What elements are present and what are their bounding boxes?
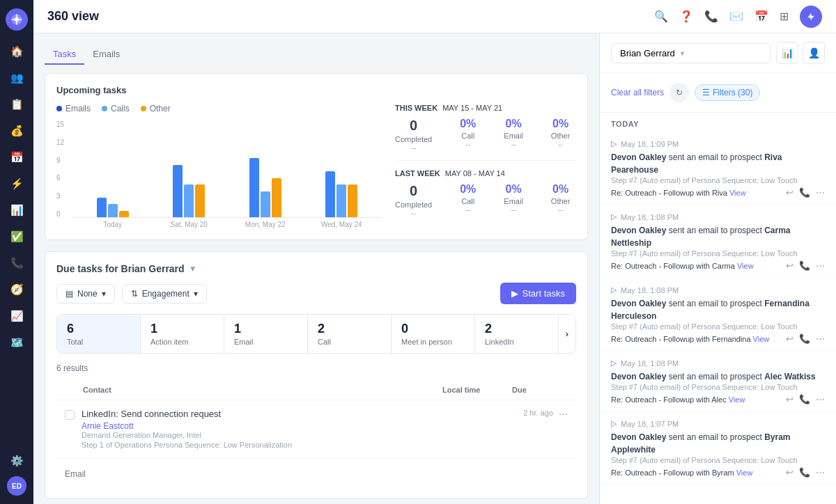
call-icon-3[interactable]: 📞 [799,333,810,344]
email-icon[interactable]: ✉️ [729,10,743,23]
count-linkedin[interactable]: 2 LinkedIn [475,315,559,353]
count-email-label: Email [234,338,297,346]
reply-icon-1[interactable]: ↩ [786,187,794,198]
chart-container: Emails Calls Other [56,104,576,228]
tab-emails[interactable]: Emails [84,45,128,65]
count-email[interactable]: 1 Email [224,315,308,353]
call-icon-4[interactable]: 📞 [799,394,810,404]
more-icon-2[interactable]: ⋯ [816,260,825,271]
user-initials: ED [12,482,22,490]
search-icon[interactable]: 🔍 [654,10,668,23]
activity-text-1: Devon Oakley sent an email to prospect R… [611,151,825,176]
view-link-2[interactable]: View [737,262,754,270]
activity-time-5: ▷ May 18, 1:07 PM [611,419,825,428]
task-counts: 6 Total 1 Action item 1 Email 2 Call [56,314,576,354]
chart-view-btn[interactable]: 📊 [776,42,798,64]
filter-list-icon: ☰ [702,88,710,97]
header-contact: Contact [83,386,442,394]
row-checkbox[interactable] [65,410,75,420]
count-call[interactable]: 2 Call [308,315,392,353]
activity-text-2: Devon Oakley sent an email to prospect C… [611,224,825,249]
sidebar-item-navigation[interactable]: 🧭 [6,278,28,301]
sidebar-item-settings[interactable]: ⚙️ [6,450,28,472]
clear-filters-link[interactable]: Clear all filters [611,88,664,97]
activity-text-3: Devon Oakley sent an email to prospect F… [611,297,825,322]
count-action-item[interactable]: 1 Action item [141,315,224,353]
view-link-3[interactable]: View [753,335,770,343]
call-icon-5[interactable]: 📞 [799,467,810,478]
user-action-btn[interactable] [800,6,822,28]
view-link-1[interactable]: View [729,189,746,197]
reply-icon-4[interactable]: ↩ [786,394,794,404]
app-logo[interactable] [6,8,28,31]
row-contact-name[interactable]: Arnie Eastcott [82,421,516,431]
view-link-4[interactable]: View [729,395,745,404]
more-icon-1[interactable]: ⋯ [816,187,825,198]
activity-time-3: ▷ May 18, 1:08 PM [611,285,825,294]
sidebar-item-deals[interactable]: 💰 [6,120,28,142]
reply-icon-3[interactable]: ↩ [786,333,794,344]
sidebar-item-completed[interactable]: ✅ [6,226,28,248]
refresh-btn[interactable]: ↻ [669,83,689,102]
legend-other: Other [141,104,171,113]
filters-label: Filters (30) [713,88,752,97]
count-total[interactable]: 6 Total [57,315,141,353]
stat-call-last-label: Call [460,197,476,205]
activity-arrow-icon-2: ▷ [611,212,617,221]
start-tasks-btn[interactable]: ▶ Start tasks [500,283,576,304]
contact-selector[interactable]: Brian Gerrard ▾ [611,43,771,63]
count-arrow[interactable]: › [559,315,575,353]
view-link-5[interactable]: View [736,468,753,477]
activity-re-2: Re: Outreach - Followup with Carma View [611,262,754,270]
stat-completed-last: 0 Completed -- [395,183,432,217]
call-icon-2[interactable]: 📞 [799,260,810,271]
this-week-label: THIS WEEK MAY 15 - MAY 21 [395,104,576,112]
stat-email-this-sub: -- [504,140,523,148]
stat-email-last-pct: 0% [504,183,523,196]
y-label-9: 9 [56,157,64,164]
grid-icon[interactable]: ⊞ [780,10,789,23]
sidebar-item-automation[interactable]: ⚡ [6,173,28,195]
phone-icon[interactable]: 📞 [704,10,718,23]
main-content: 360 view 🔍 ❓ 📞 ✉️ 📅 ⊞ Tasks Emails Upcom… [33,0,836,504]
none-filter-btn[interactable]: ▤ None ▾ [56,284,115,304]
contact-card-btn[interactable]: 👤 [803,42,825,64]
x-label-mon: Mon, May 22 [231,221,300,228]
stat-completed-last-sub: -- [395,209,432,217]
sidebar-item-analytics[interactable]: 📈 [6,305,28,327]
calendar-icon[interactable]: 📅 [754,10,768,23]
more-icon-3[interactable]: ⋯ [816,333,825,344]
sidebar-item-calendar[interactable]: 📅 [6,146,28,168]
last-week-label: LAST WEEK MAY 08 - MAY 14 [395,169,576,178]
sidebar-item-tasks[interactable]: 📋 [6,93,28,116]
bar-mon-other [272,178,281,217]
due-tasks-filter-icon[interactable]: ▼ [189,264,197,274]
help-icon[interactable]: ❓ [679,10,693,23]
stat-email-last: 0% Email -- [504,183,523,217]
filter-chevron-icon: ▾ [102,289,106,299]
sidebar-item-reports[interactable]: 📊 [6,199,28,221]
filters-btn[interactable]: ☰ Filters (30) [695,84,760,101]
stats-divider [395,160,576,161]
user-avatar[interactable]: ED [7,476,26,496]
more-icon-5[interactable]: ⋯ [816,467,825,478]
sidebar-item-map[interactable]: 🗺️ [6,331,28,354]
count-action-label: Action item [150,338,214,346]
activity-arrow-icon-3: ▷ [611,285,617,294]
engagement-sort-btn[interactable]: ⇅ Engagement ▾ [122,284,207,304]
right-filter-header: Clear all filters ↻ ☰ Filters (30) [600,73,836,113]
sidebar-item-home[interactable]: 🏠 [6,40,28,63]
sidebar-item-contacts[interactable]: 👥 [6,67,28,89]
sidebar: 🏠 👥 📋 💰 📅 ⚡ 📊 ✅ 📞 🧭 📈 🗺️ ⚙️ ED [0,0,33,504]
bar-sat-email [173,165,183,217]
last-week-dates: MAY 08 - MAY 14 [445,169,505,178]
count-meet[interactable]: 0 Meet in person [392,315,475,353]
tab-tasks[interactable]: Tasks [45,45,84,65]
reply-icon-2[interactable]: ↩ [786,260,794,271]
activity-item-5: ▷ May 18, 1:07 PM Devon Oakley sent an e… [600,412,836,485]
reply-icon-5[interactable]: ↩ [786,467,794,478]
call-icon-1[interactable]: 📞 [799,187,810,198]
row-more-btn[interactable]: ⋯ [559,409,568,419]
more-icon-4[interactable]: ⋯ [816,394,825,404]
sidebar-item-calls[interactable]: 📞 [6,252,28,274]
